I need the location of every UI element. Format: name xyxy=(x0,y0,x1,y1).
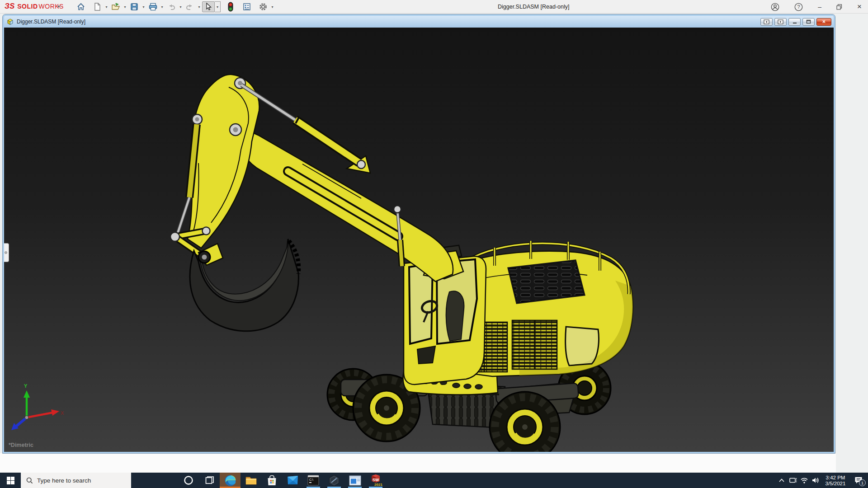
mail-icon xyxy=(287,475,299,485)
document-title: Digger.SLDASM [Read-only] xyxy=(17,19,759,25)
new-document-button[interactable] xyxy=(91,1,104,12)
restore-icon xyxy=(836,4,842,10)
3d-model-excavator[interactable] xyxy=(4,28,834,452)
quick-access-toolbar: ▾ ▾ ▾ ▾ xyxy=(75,1,275,13)
clock-time: 3:42 PM xyxy=(821,475,850,481)
print-button[interactable] xyxy=(146,1,159,12)
app-window-title: Digger.SLDASM [Read-only] xyxy=(498,4,569,10)
new-document-dropdown[interactable]: ▾ xyxy=(104,1,109,12)
edge-icon xyxy=(224,474,236,487)
file-properties-button[interactable] xyxy=(241,1,253,12)
taskbar-item-mail[interactable] xyxy=(282,473,303,488)
redo-dropdown[interactable]: ▾ xyxy=(196,1,202,12)
chevron-up-icon xyxy=(778,478,785,483)
taskbar-item-solidworks[interactable]: SW 2021 xyxy=(365,473,386,488)
taskbar-search[interactable]: Type here to search xyxy=(21,473,131,488)
hidden-icons-chevron[interactable] xyxy=(776,473,787,488)
pane-right-icon xyxy=(778,19,783,24)
taskbar-clock[interactable]: 3:42 PM 3/5/2021 xyxy=(821,474,850,487)
document-window[interactable]: Digger.SLDASM [Read-only] × xyxy=(3,14,835,453)
doc-restore-icon xyxy=(806,19,811,24)
svg-text:C:\: C:\ xyxy=(309,478,313,481)
feature-manager-collapsed-tab[interactable] xyxy=(4,243,9,262)
view-orientation-label: *Dimetric xyxy=(9,442,33,448)
bucket xyxy=(190,239,299,331)
svg-text:2021: 2021 xyxy=(374,483,382,487)
home-icon xyxy=(76,2,85,11)
undo-button[interactable] xyxy=(165,1,178,12)
select-cursor-icon xyxy=(204,2,212,11)
speaker-icon xyxy=(811,477,820,484)
panel-tab-dot-icon xyxy=(5,251,7,254)
svg-text:SW: SW xyxy=(373,478,379,482)
store-icon xyxy=(266,475,278,486)
notification-badge: 1 xyxy=(859,479,866,486)
feature-pane-left-button[interactable] xyxy=(760,18,773,26)
pane-left-icon xyxy=(764,19,769,24)
open-button[interactable] xyxy=(109,1,122,12)
print-dropdown[interactable]: ▾ xyxy=(159,1,165,12)
file-explorer-icon xyxy=(245,475,257,486)
assembly-document-icon xyxy=(6,18,14,25)
save-dropdown[interactable]: ▾ xyxy=(141,1,146,12)
solidworks-2021-icon: SW 2021 xyxy=(369,474,382,487)
document-titlebar[interactable]: Digger.SLDASM [Read-only] × xyxy=(4,16,834,28)
minimize-button[interactable]: – xyxy=(818,3,821,10)
feature-pane-right-button[interactable] xyxy=(774,18,787,26)
account-button[interactable] xyxy=(771,3,779,11)
rebuild-button[interactable] xyxy=(224,1,237,12)
system-tray: 3:42 PM 3/5/2021 1 xyxy=(776,473,868,488)
graphics-viewport[interactable]: Y X *Dimetric xyxy=(4,28,834,452)
cortana-icon xyxy=(184,475,193,485)
boom-arm xyxy=(188,75,259,248)
open-icon xyxy=(111,2,121,11)
status-bar xyxy=(0,453,836,473)
search-icon xyxy=(26,477,33,484)
taskbar-item-hexagon-tool[interactable] xyxy=(324,473,344,488)
close-button[interactable]: × xyxy=(857,2,862,11)
taskbar-item-task-view[interactable] xyxy=(199,473,220,488)
home-button[interactable] xyxy=(75,1,87,12)
select-tool-dropdown[interactable]: ▾ xyxy=(215,1,221,12)
start-button[interactable] xyxy=(0,473,21,488)
orientation-triad[interactable]: Y X xyxy=(8,382,66,432)
taskbar-item-edge[interactable] xyxy=(220,473,241,488)
tablet-mode-icon xyxy=(789,477,797,484)
doc-close-button[interactable]: × xyxy=(816,18,831,26)
windows-logo-icon xyxy=(7,477,14,484)
help-icon: ? xyxy=(794,3,803,11)
solidworks-logo: ЗS SOLID WORKS xyxy=(5,2,64,11)
taskbar-item-cortana[interactable] xyxy=(178,473,199,488)
tablet-mode-tray-icon[interactable] xyxy=(787,473,798,488)
taskbar-item-store[interactable] xyxy=(261,473,282,488)
save-button[interactable] xyxy=(128,1,141,12)
options-dropdown[interactable]: ▾ xyxy=(269,1,275,12)
doc-restore-button[interactable] xyxy=(802,18,815,26)
options-button[interactable] xyxy=(257,1,269,12)
doc-minimize-icon xyxy=(793,20,797,24)
open-dropdown[interactable]: ▾ xyxy=(122,1,128,12)
taskbar-item-command-prompt[interactable]: C:\ xyxy=(303,473,324,488)
volume-tray-icon[interactable] xyxy=(810,473,821,488)
taskbar-item-window-panel-app[interactable] xyxy=(344,473,365,488)
file-properties-icon xyxy=(242,2,251,11)
account-icon xyxy=(771,3,779,11)
taskbar-item-file-explorer[interactable] xyxy=(241,473,261,488)
expand-toolbar-icon[interactable]: ▸ xyxy=(58,3,61,9)
redo-button[interactable] xyxy=(184,1,196,12)
restore-button[interactable] xyxy=(836,4,842,10)
help-button[interactable]: ? xyxy=(794,3,803,11)
wifi-icon xyxy=(800,477,808,484)
new-document-icon xyxy=(93,2,102,11)
app-titlebar[interactable]: ЗS SOLID WORKS ▸ ▾ ▾ xyxy=(0,0,868,14)
print-icon xyxy=(148,2,158,11)
select-tool-button[interactable] xyxy=(202,1,215,12)
gear-icon xyxy=(259,2,268,11)
doc-minimize-button[interactable] xyxy=(788,18,801,26)
action-center-button[interactable]: 1 xyxy=(850,473,867,488)
save-icon xyxy=(130,2,139,11)
triad-x-label: X xyxy=(61,410,64,416)
undo-dropdown[interactable]: ▾ xyxy=(178,1,184,12)
network-tray-icon[interactable] xyxy=(798,473,810,488)
undo-icon xyxy=(167,2,176,11)
